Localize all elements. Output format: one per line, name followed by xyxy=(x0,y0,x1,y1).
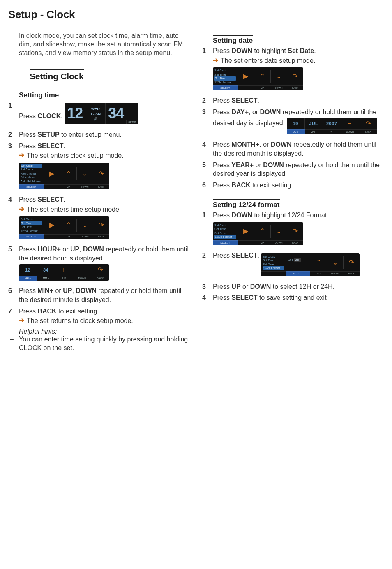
menu-item: 12/24 Format xyxy=(21,229,42,233)
clock-minutes: 34 xyxy=(106,103,126,124)
menu-item: 12/24 Format xyxy=(214,235,236,239)
format-12h: 12H xyxy=(287,258,293,262)
date-step: 6 Press BACK to exit setting. xyxy=(202,181,384,190)
button-label: DOWN xyxy=(327,271,343,276)
step-text: Press DOWN to highlight 12/24 Format. xyxy=(213,212,329,219)
play-icon: ▶ xyxy=(44,167,60,180)
step-text: Press SELECT to save setting and exit xyxy=(213,294,327,301)
subsection-setting-1224: Setting 12/24 format xyxy=(213,199,280,209)
menu-item: Set Time xyxy=(214,227,236,231)
up-icon: ⌃ xyxy=(310,256,327,269)
menu-list: Set Clock Set Time Set Date 12/24 Format xyxy=(261,253,286,272)
menu-item: Set Date xyxy=(21,225,42,229)
menu-list: Set Clock Set Alarm Radio Tuner Slide sh… xyxy=(19,163,44,184)
menu-item: Set Alarm xyxy=(21,168,42,171)
menu-item: Set Time xyxy=(21,221,42,225)
plus-icon: + xyxy=(55,264,73,276)
time-step: 5 Press HOUR+ or UP, DOWN repeatedly or … xyxy=(8,245,190,284)
button-label xyxy=(238,85,254,90)
step-result: ➔ The set enters date setup mode. xyxy=(213,56,384,65)
intro-text: In clock mode, you can set clock time, a… xyxy=(8,32,190,57)
button-label: BACK xyxy=(93,234,109,239)
step-number: 2 xyxy=(8,130,12,139)
button-label: BACK xyxy=(91,276,109,281)
button-label xyxy=(261,271,286,276)
result-arrow-icon: ➔ xyxy=(213,56,218,65)
menu-list: Set Clock Set Time Set Date 12/24 Format xyxy=(213,67,238,85)
up-icon: ⌃ xyxy=(60,219,76,232)
button-label: MM + xyxy=(37,276,55,281)
button-label: DOWN xyxy=(76,184,93,189)
step-text: Press UP or DOWN to select 12H or 24H. xyxy=(213,283,334,290)
play-icon: ▶ xyxy=(44,219,60,232)
minute-value: 34 xyxy=(37,264,55,276)
result-text: The set enters time setup mode. xyxy=(27,205,121,214)
button-label: DD + xyxy=(287,129,305,134)
step-text: Press HOUR+ or UP, DOWN repeatedly or ho… xyxy=(19,246,189,262)
format-step: 1 Press DOWN to highlight 12/24 Format. … xyxy=(202,211,384,248)
button-label: BACK xyxy=(287,85,303,90)
time-step: 1 Press CLOCK. 12 WED 1 JAN 🔊 34 SETUP xyxy=(8,101,190,128)
back-icon xyxy=(93,219,109,232)
menu-item: Radio Tuner xyxy=(21,172,42,175)
result-arrow-icon: ➔ xyxy=(19,205,24,214)
step-text: Press MONTH+, or DOWN repeatedly or hold… xyxy=(213,141,376,157)
result-arrow-icon: ➔ xyxy=(19,151,24,160)
menu-item: Set Clock xyxy=(214,69,236,72)
device-menu-clock: Set Clock Set Alarm Radio Tuner Slide sh… xyxy=(19,163,109,189)
date-step: 5 Press YEAR+ or DOWN repeatedly or hold… xyxy=(202,161,384,178)
menu-item: 12/24 Format xyxy=(214,81,236,84)
step-text: Press SETUP to enter setup menu. xyxy=(19,131,122,138)
step-text: Press MIN+ or UP, DOWN repeatedly or hol… xyxy=(19,287,181,303)
button-label xyxy=(44,184,60,189)
step-text: Press CLOCK. xyxy=(19,113,63,120)
menu-item: Set Clock xyxy=(21,164,42,168)
step-number: 2 xyxy=(202,251,206,260)
result-text: The set enters date setup mode. xyxy=(221,56,315,65)
step-number: 5 xyxy=(202,161,206,170)
step-number: 1 xyxy=(202,46,206,55)
play-icon: ▶ xyxy=(238,70,254,83)
up-icon: ⌃ xyxy=(60,167,76,180)
date-steps-list: 1 Press DOWN to highlight Set Date. ➔ Th… xyxy=(202,46,384,189)
button-label: UP xyxy=(55,276,73,281)
menu-item: Set Time xyxy=(263,258,284,262)
back-icon xyxy=(287,225,303,238)
button-label: DOWN xyxy=(76,234,93,239)
step-number: 4 xyxy=(202,140,206,149)
right-column: Setting date 1 Press DOWN to highlight S… xyxy=(202,32,384,354)
up-icon: ⌃ xyxy=(254,70,270,83)
button-label: BACK xyxy=(287,240,303,245)
clock-mid: WED 1 JAN 🔊 xyxy=(85,103,106,124)
step-text: Press BACK to exit setting. xyxy=(213,182,293,189)
menu-item: Set Clock xyxy=(214,223,236,227)
device-menu-time: Set Clock Set Time Set Date 12/24 Format… xyxy=(19,216,109,239)
subsection-setting-time: Setting time xyxy=(19,90,59,99)
clock-day: WED xyxy=(91,106,100,111)
device-date-row: 19 JUL 2007 − DD + MM + YY + DOWN BACK xyxy=(287,118,377,134)
step-text: Press SELECT. xyxy=(19,196,65,203)
month-value: JUL xyxy=(305,118,323,129)
time-step: 3 Press SELECT. ➔ The set enters clock s… xyxy=(8,142,190,193)
button-label: DOWN xyxy=(270,85,287,90)
step-result: ➔ The set enters time setup mode. xyxy=(19,205,190,214)
result-arrow-icon: ➔ xyxy=(19,316,24,325)
day-value: 19 xyxy=(287,118,305,129)
button-label: SELECT xyxy=(213,85,238,90)
result-text: The set enters clock setup mode. xyxy=(27,151,124,160)
step-result: ➔ The set returns to clock setup mode. xyxy=(19,316,190,325)
button-label: BACK xyxy=(93,184,109,189)
button-label: BACK xyxy=(343,271,360,276)
button-label: UP xyxy=(60,184,76,189)
menu-item: Auto Brightness xyxy=(21,180,42,183)
step-text: Press BACK to exit setting. xyxy=(19,308,99,315)
left-column: In clock mode, you can set clock time, a… xyxy=(8,32,190,354)
down-icon: ⌄ xyxy=(76,167,93,180)
menu-item: Set Clock xyxy=(263,255,284,258)
time-step: 6 Press MIN+ or UP, DOWN repeatedly or h… xyxy=(8,286,190,304)
hint-text: You can enter time setting quickly by pr… xyxy=(19,336,188,351)
subsection-setting-date: Setting date xyxy=(213,35,253,45)
play-icon: ▶ xyxy=(238,225,254,238)
format-24h: 24H xyxy=(294,258,301,262)
dash-bullet: – xyxy=(10,335,14,344)
